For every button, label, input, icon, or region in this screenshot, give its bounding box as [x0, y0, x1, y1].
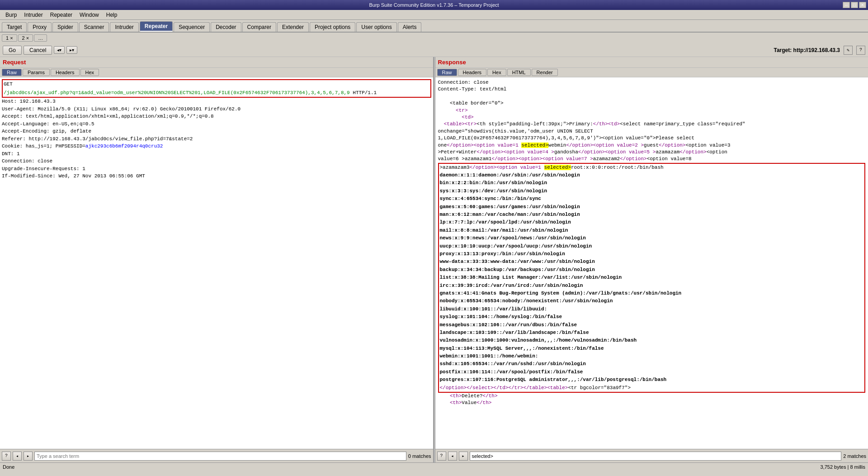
response-footer-line: <th>Value</th> [438, 400, 866, 406]
request-line: Host: 192.168.43.3 [2, 98, 431, 105]
tab-alerts[interactable]: Alerts [398, 22, 422, 32]
request-panel-tabs: Raw Params Headers Hex [0, 68, 433, 77]
close-button[interactable]: ✕ [859, 2, 866, 8]
response-highlighted-line: </option></select></td></tr></table><tab… [438, 384, 866, 393]
response-highlighted-line: news:x:9:9:news:/var/spool/news:/usr/sbi… [438, 234, 866, 242]
response-highlighted-line: sshd:x:105:65534::/var/run/sshd:/usr/sbi… [438, 360, 866, 368]
response-highlighted-line: vulnosadmin:x:1000:1000:vulnosadmin,,,:/… [438, 337, 866, 344]
request-line: Accept-Language: en-US,en;q=0.5 [2, 120, 431, 128]
main-content: Request Raw Params Headers Hex GET/jabcd… [0, 57, 868, 462]
response-highlighted-line: nobody:x:65534:65534:nobody:/nonexistent… [438, 297, 866, 305]
request-tab-hex[interactable]: Hex [80, 69, 99, 76]
menubar: Burp Intruder Repeater Window Help [0, 10, 868, 20]
request-line: Accept-Encoding: gzip, deflate [2, 128, 431, 135]
tab-target[interactable]: Target [2, 22, 27, 32]
response-search-input[interactable] [470, 452, 842, 461]
response-highlighted-line: mail:x:8:8:mail:/var/mail:/usr/sbin/nolo… [438, 227, 866, 234]
response-highlighted-line: backup:x:34:34:backup:/var/backups:/usr/… [438, 266, 866, 274]
tab-repeater[interactable]: Repeater [140, 21, 173, 32]
response-highlighted-line: landscape:x:103:109::/var/lib/landscape:… [438, 329, 866, 337]
repeater-session-tabs: 1 × 2 × … [0, 33, 868, 43]
response-panel: Response Raw Headers Hex HTML Render Con… [435, 57, 868, 462]
response-highlighted-line: mysql:x:104:113:MySQL Server,,,:/nonexis… [438, 345, 866, 352]
cancel-button[interactable]: Cancel [24, 46, 52, 55]
session-tab-1[interactable]: 1 × [2, 34, 17, 42]
request-line: If-Modified-Since: Wed, 27 Nov 2013 06:5… [2, 172, 431, 180]
response-highlighted-line: >azamazam3</option><option value=1 selec… [438, 163, 866, 171]
response-highlighted-line: uucp:x:10:10:uucp:/var/spool/uucp:/usr/s… [438, 243, 866, 250]
request-search-help[interactable]: ? [2, 452, 11, 461]
response-search-back[interactable]: ◂ [448, 452, 457, 461]
response-panel-tabs: Raw Headers Hex HTML Render [435, 68, 868, 77]
tab-decoder[interactable]: Decoder [211, 22, 241, 32]
minimize-button[interactable]: ─ [843, 2, 850, 8]
go-button[interactable]: Go [3, 46, 22, 55]
response-search-fwd[interactable]: ▸ [459, 452, 468, 461]
request-search-back[interactable]: ◂ [13, 452, 22, 461]
menu-intruder[interactable]: Intruder [20, 11, 46, 19]
response-content-line: >Peter+Winter</option><option value=4 >g… [438, 149, 866, 156]
menu-repeater[interactable]: Repeater [47, 11, 76, 19]
session-tab-2[interactable]: 2 × [18, 34, 33, 42]
nav-fwd-button[interactable]: ▸▾ [66, 46, 77, 54]
main-tab-bar: Target Proxy Spider Scanner Intruder Rep… [0, 20, 868, 33]
response-tab-html[interactable]: HTML [507, 69, 531, 76]
tab-extender[interactable]: Extender [277, 22, 309, 32]
request-search-input[interactable] [34, 452, 406, 461]
request-line-method: GET [2, 79, 431, 89]
target-label: Target: http://192.168.43.3 [774, 47, 840, 53]
request-text-area[interactable]: GET/jabcd0cs/ajax_udf.php?q=1&add_value=… [0, 77, 433, 182]
response-highlighted-line: sys:x:3:3:sys:/dev:/usr/sbin/nologin [438, 187, 866, 195]
status-right: 3,752 bytes | 8 millis [821, 464, 865, 470]
response-highlighted-line: games:x:5:60:games:/usr/games:/usr/sbin/… [438, 203, 866, 211]
response-highlighted-line: messagebus:x:102:106::/var/run/dbus:/bin… [438, 321, 866, 329]
response-content-line: <table><tr><th style="padding-left:39px;… [438, 121, 866, 128]
tab-sequencer[interactable]: Sequencer [174, 22, 210, 32]
response-content-line: <table border="0"> [438, 100, 866, 107]
response-highlighted-line: sync:x:4:65534:sync:/bin:/bin/sync [438, 195, 866, 203]
request-header: Request [0, 57, 433, 68]
response-content-line: <tr> [438, 107, 866, 114]
request-line-cookie: Cookie: has_js=1; PHPSESSID=ajkc293c6b6m… [2, 143, 431, 150]
response-tab-headers[interactable]: Headers [458, 69, 487, 76]
menu-burp[interactable]: Burp [2, 11, 20, 19]
response-content-line: 1,LOAD_FILE(0x2F6574632F706173737764),3,… [438, 135, 866, 142]
request-panel: Request Raw Params Headers Hex GET/jabcd… [0, 57, 434, 462]
response-highlighted-line: man:x:6:12:man:/var/cache/man:/usr/sbin/… [438, 211, 866, 219]
request-tab-raw[interactable]: Raw [2, 69, 22, 76]
response-search-help[interactable]: ? [437, 452, 446, 461]
tab-proxy[interactable]: Proxy [28, 22, 52, 32]
tab-comparer[interactable]: Comparer [242, 22, 276, 32]
response-highlighted-line: bin:x:2:2:bin:/bin:/usr/sbin/nologin [438, 179, 866, 187]
response-tab-render[interactable]: Render [532, 69, 558, 76]
response-text: Connection: closeContent-Type: text/html… [435, 77, 868, 409]
response-content-line: value=6 >azamazam1</option><option><opti… [438, 156, 866, 162]
menu-window[interactable]: Window [76, 11, 103, 19]
maximize-button[interactable]: □ [851, 2, 858, 8]
tab-intruder[interactable]: Intruder [110, 22, 138, 32]
response-header-line: Connection: close [438, 79, 866, 86]
toolbar: Go Cancel ◂▾ ▸▾ Target: http://192.168.4… [0, 43, 868, 57]
response-highlighted-line: www-data:x:33:33:www-data:/var/www:/usr/… [438, 258, 866, 266]
titlebar-controls[interactable]: ─ □ ✕ [843, 2, 866, 8]
tab-user-options[interactable]: User options [356, 22, 396, 32]
tab-project-options[interactable]: Project options [310, 22, 355, 32]
request-line-url: /jabcd0cs/ajax_udf.php?q=1&add_value=odm… [2, 89, 431, 98]
session-tab-more[interactable]: … [34, 34, 47, 42]
request-search-fwd[interactable]: ▸ [24, 452, 33, 461]
menu-help[interactable]: Help [103, 11, 121, 19]
request-tab-headers[interactable]: Headers [51, 69, 80, 76]
request-tab-params[interactable]: Params [23, 69, 50, 76]
tab-scanner[interactable]: Scanner [79, 22, 109, 32]
nav-back-button[interactable]: ◂▾ [54, 46, 65, 54]
response-tab-hex[interactable]: Hex [487, 69, 506, 76]
response-content-line: onchange="showdivs(this.value,'odm_user … [438, 128, 866, 135]
response-tab-raw[interactable]: Raw [437, 69, 457, 76]
response-highlighted-line: postfix:x:106:114::/var/spool/postfix:/b… [438, 368, 866, 376]
help-button[interactable]: ? [856, 46, 865, 55]
response-highlighted-line: list:x:38:38:Mailing List Manager:/var/l… [438, 274, 866, 281]
request-matches: 0 matches [408, 453, 431, 459]
request-line: Connection: close [2, 157, 431, 165]
edit-target-button[interactable]: ✎ [844, 46, 853, 55]
tab-spider[interactable]: Spider [52, 22, 78, 32]
